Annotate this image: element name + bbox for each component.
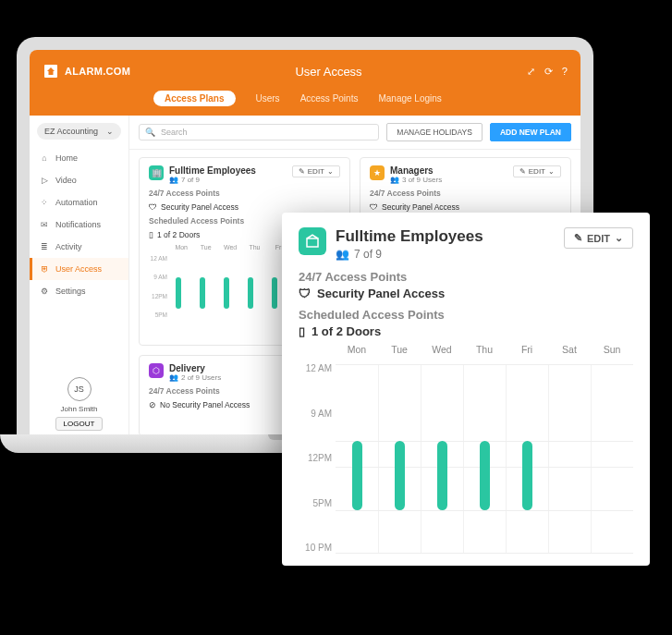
no-shield-icon: ⊘ xyxy=(149,400,156,409)
section-label: 24/7 Access Points xyxy=(149,189,340,198)
section-value: 1 of 2 Doors xyxy=(312,324,381,338)
manage-holidays-button[interactable]: MANAGE HOLIDAYS xyxy=(386,123,483,141)
plan-badge-icon: 🏢 xyxy=(149,165,164,180)
sidebar-item-notifications[interactable]: ✉Notifications xyxy=(30,214,128,236)
automation-icon: ⁘ xyxy=(39,197,50,208)
sidebar-item-settings[interactable]: ⚙Settings xyxy=(30,280,128,302)
chevron-down-icon: ⌄ xyxy=(615,232,623,244)
plan-users: 2 of 9 Users xyxy=(181,373,221,382)
logo-icon xyxy=(43,63,59,79)
svg-rect-0 xyxy=(307,238,318,247)
refresh-icon[interactable]: ⟳ xyxy=(544,66,553,78)
plan-detail-panel: Fulltime Employees 👥7 of 9 ✎ EDIT ⌄ 24/7… xyxy=(282,213,650,566)
brand-name: ALARM.COM xyxy=(65,66,130,77)
edit-button[interactable]: ✎ EDIT ⌄ xyxy=(564,227,633,249)
sidebar-item-label: Activity xyxy=(55,242,82,251)
expand-icon[interactable]: ⤢ xyxy=(527,66,535,78)
page-title: User Access xyxy=(295,65,361,79)
detail-users: 7 of 9 xyxy=(354,248,382,261)
plan-name: Managers xyxy=(390,165,442,176)
users-icon: 👥 xyxy=(169,373,178,382)
edit-button[interactable]: ✎EDIT⌄ xyxy=(292,165,340,177)
section-value: No Security Panel Access xyxy=(160,400,250,409)
edit-label: EDIT xyxy=(587,233,610,244)
bell-icon: ✉ xyxy=(39,219,50,230)
account-selector[interactable]: EZ Accounting ⌄ xyxy=(37,123,121,140)
sidebar-item-label: Notifications xyxy=(55,220,101,229)
door-icon: ▯ xyxy=(149,230,153,239)
sidebar-item-label: Home xyxy=(55,153,78,163)
sidebar-item-label: Settings xyxy=(55,287,86,296)
section-value: Security Panel Access xyxy=(161,202,238,212)
users-icon: 👥 xyxy=(169,176,178,184)
plan-badge-icon: ⬡ xyxy=(149,363,164,378)
chevron-down-icon: ⌄ xyxy=(548,167,555,176)
search-input[interactable]: 🔍 Search xyxy=(139,124,379,140)
toolbar: 🔍 Search MANAGE HOLIDAYS ADD NEW PLAN xyxy=(129,116,580,150)
user-name: John Smith xyxy=(30,405,128,413)
pencil-icon: ✎ xyxy=(299,167,305,176)
section-label: Scheduled Access Points xyxy=(299,308,633,322)
logout-button[interactable]: LOGOUT xyxy=(55,417,104,431)
section-value: Security Panel Access xyxy=(317,287,445,300)
shield-icon: 🛡 xyxy=(370,202,378,212)
user-block: JS John Smith LOGOUT xyxy=(30,368,128,444)
edit-label: EDIT xyxy=(308,167,324,176)
users-icon: 👥 xyxy=(336,248,349,261)
sidebar-item-label: Video xyxy=(55,176,77,185)
pencil-icon: ✎ xyxy=(574,232,582,244)
add-new-plan-button[interactable]: ADD NEW PLAN xyxy=(490,123,571,141)
tab-manage-logins[interactable]: Manage Logins xyxy=(378,93,441,104)
section-value: 1 of 2 Doors xyxy=(157,230,200,239)
pencil-icon: ✎ xyxy=(519,167,526,176)
sidebar-item-automation[interactable]: ⁘Automation xyxy=(30,191,128,214)
plan-users: 7 of 9 xyxy=(181,176,200,184)
tab-users[interactable]: Users xyxy=(256,93,280,104)
sidebar-item-activity[interactable]: ≣Activity xyxy=(30,236,128,258)
activity-icon: ≣ xyxy=(39,241,50,252)
header: ALARM.COM User Access ⤢ ⟳ ? Access Plans… xyxy=(30,50,580,116)
home-icon: ⌂ xyxy=(39,153,50,164)
search-placeholder: Search xyxy=(161,128,188,137)
user-access-icon: ⛨ xyxy=(39,263,50,275)
schedule-chart: MonTueWedThuFriSatSun 12 AM9 AM12PM5PM10… xyxy=(299,344,633,556)
sidebar-item-label: User Access xyxy=(55,264,102,274)
detail-plan-name: Fulltime Employees xyxy=(336,227,483,246)
section-label: 24/7 Access Points xyxy=(370,189,561,198)
tab-access-plans[interactable]: Access Plans xyxy=(153,91,236,106)
gear-icon: ⚙ xyxy=(39,286,50,297)
avatar[interactable]: JS xyxy=(67,377,92,401)
plan-users: 3 of 9 Users xyxy=(402,176,442,184)
edit-button[interactable]: ✎EDIT⌄ xyxy=(513,165,561,177)
header-tabs: Access Plans Users Access Points Manage … xyxy=(43,85,568,116)
sidebar: EZ Accounting ⌄ ⌂Home ▷Video ⁘Automation… xyxy=(30,116,129,444)
plan-badge-icon xyxy=(299,227,326,255)
video-icon: ▷ xyxy=(39,175,50,186)
search-icon: 🔍 xyxy=(145,128,155,137)
tab-access-points[interactable]: Access Points xyxy=(300,93,359,104)
shield-icon: 🛡 xyxy=(149,202,157,212)
plan-name: Delivery xyxy=(169,363,221,373)
sidebar-item-user-access[interactable]: ⛨User Access xyxy=(30,258,128,280)
sidebar-item-video[interactable]: ▷Video xyxy=(30,169,128,191)
sidebar-item-home[interactable]: ⌂Home xyxy=(30,147,128,169)
sidebar-item-label: Automation xyxy=(55,198,98,207)
help-icon[interactable]: ? xyxy=(562,66,568,78)
account-name: EZ Accounting xyxy=(44,127,98,136)
shield-icon: 🛡 xyxy=(299,287,311,300)
edit-label: EDIT xyxy=(529,167,545,176)
brand-logo[interactable]: ALARM.COM xyxy=(43,63,130,79)
door-icon: ▯ xyxy=(299,324,305,338)
plan-badge-icon: ★ xyxy=(370,165,385,180)
section-label: 24/7 Access Points xyxy=(299,270,633,284)
plan-name: Fulltime Employees xyxy=(169,165,256,176)
chevron-down-icon: ⌄ xyxy=(106,127,114,136)
section-value: Security Panel Access xyxy=(382,202,459,212)
users-icon: 👥 xyxy=(390,176,399,184)
chevron-down-icon: ⌄ xyxy=(327,167,334,176)
